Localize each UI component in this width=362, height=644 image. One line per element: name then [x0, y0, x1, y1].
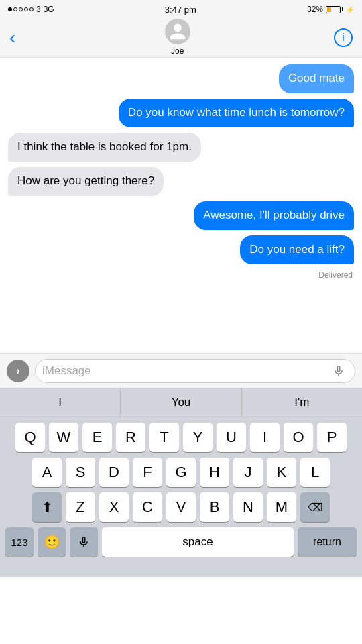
expand-icon: ›: [16, 365, 19, 377]
contact-name: Joe: [171, 46, 184, 56]
key-row-3: ⬆ Z X C V B N M ⌫: [3, 492, 359, 522]
key-row-2: A S D F G H J K L: [3, 458, 359, 487]
charging-icon: ⚡: [346, 6, 354, 13]
key-c[interactable]: C: [133, 492, 162, 522]
message-bubble-2: Do you know what time lunch is tomorrow?: [119, 99, 354, 127]
expand-button[interactable]: ›: [7, 360, 29, 382]
key-e[interactable]: E: [82, 423, 112, 452]
key-z[interactable]: Z: [66, 492, 95, 522]
signal-dots: [8, 7, 34, 11]
key-y[interactable]: Y: [183, 423, 213, 452]
mic-icon: [332, 364, 345, 378]
delivered-status: Delivered: [8, 270, 354, 280]
key-s[interactable]: S: [66, 458, 95, 487]
key-a[interactable]: A: [32, 458, 62, 487]
key-j[interactable]: J: [233, 458, 263, 487]
key-t[interactable]: T: [149, 423, 179, 452]
message-bubble-4: How are you getting there?: [8, 167, 164, 196]
avatar-icon: [168, 22, 187, 41]
key-h[interactable]: H: [200, 458, 229, 487]
key-d[interactable]: D: [99, 458, 129, 487]
back-button[interactable]: ‹: [9, 25, 21, 50]
autocomplete-item-you[interactable]: You: [121, 388, 241, 417]
space-key[interactable]: space: [102, 527, 294, 557]
key-v[interactable]: V: [166, 492, 196, 522]
status-bar: 3 3G 3:47 pm 32% ⚡: [0, 0, 362, 17]
nav-bar: ‹ Joe i: [0, 17, 362, 58]
key-g[interactable]: G: [166, 458, 196, 487]
autocomplete-item-i[interactable]: I: [0, 388, 121, 417]
key-m[interactable]: M: [267, 492, 296, 522]
message-bubble-6: Do you need a lift?: [240, 235, 354, 264]
backspace-icon: ⌫: [308, 501, 323, 514]
key-b[interactable]: B: [200, 492, 229, 522]
signal-dot-4: [24, 7, 28, 11]
numbers-key[interactable]: 123: [5, 527, 34, 557]
keyboard-mic-icon: [77, 535, 90, 549]
battery-icon: [326, 6, 343, 13]
battery-percent-label: 32%: [307, 5, 323, 14]
shift-key[interactable]: ⬆: [32, 492, 62, 522]
key-row-1: Q W E R T Y U I O P: [3, 423, 359, 452]
signal-dot-5: [29, 7, 34, 11]
autocomplete-item-im[interactable]: I'm: [242, 388, 362, 417]
backspace-key[interactable]: ⌫: [300, 492, 330, 522]
signal-dot-1: [8, 7, 12, 11]
message-row-3: I think the table is booked for 1pm.: [8, 133, 354, 162]
contact-info[interactable]: Joe: [165, 19, 190, 56]
message-row-4: How are you getting there?: [8, 167, 354, 196]
key-k[interactable]: K: [267, 458, 296, 487]
network-type-label: 3G: [44, 5, 54, 14]
message-input-field[interactable]: iMessage: [35, 359, 355, 383]
message-bubble-3: I think the table is booked for 1pm.: [8, 133, 201, 162]
status-time: 3:47 pm: [165, 5, 196, 15]
message-row-5: Awesome, I'll probably drive: [8, 201, 354, 230]
avatar: [165, 19, 190, 44]
signal-dot-3: [19, 7, 23, 11]
key-i[interactable]: I: [250, 423, 280, 452]
key-rows: Q W E R T Y U I O P A S D F G H J K L ⬆: [0, 417, 362, 577]
message-bubble-5: Awesome, I'll probably drive: [194, 201, 354, 230]
key-n[interactable]: N: [233, 492, 263, 522]
status-left: 3 3G: [8, 5, 54, 14]
key-u[interactable]: U: [217, 423, 246, 452]
shift-icon: ⬆: [42, 499, 53, 515]
return-key[interactable]: return: [298, 527, 357, 557]
key-r[interactable]: R: [116, 423, 145, 452]
message-row-1: Good mate: [8, 64, 354, 93]
key-p[interactable]: P: [317, 423, 347, 452]
message-row-2: Do you know what time lunch is tomorrow?: [8, 99, 354, 127]
signal-dot-2: [13, 7, 17, 11]
keyboard-mic-key[interactable]: [70, 527, 98, 557]
input-bar: › iMessage: [0, 353, 362, 388]
status-right: 32% ⚡: [307, 5, 354, 14]
messages-area: Good mate Do you know what time lunch is…: [0, 58, 362, 353]
autocomplete-bar: I You I'm: [0, 388, 362, 417]
key-row-bottom: 123 🙂 space return: [3, 527, 359, 557]
emoji-key[interactable]: 🙂: [38, 527, 66, 557]
info-button[interactable]: i: [334, 28, 353, 47]
keyboard: I You I'm Q W E R T Y U I O P A S D F G …: [0, 388, 362, 577]
carrier-label: 3: [36, 5, 41, 14]
message-row-6: Do you need a lift?: [8, 235, 354, 264]
mic-button[interactable]: [329, 362, 348, 380]
key-x[interactable]: X: [99, 492, 129, 522]
key-q[interactable]: Q: [15, 423, 45, 452]
key-w[interactable]: W: [49, 423, 78, 452]
key-l[interactable]: L: [300, 458, 330, 487]
message-placeholder: iMessage: [42, 364, 329, 378]
key-o[interactable]: O: [284, 423, 313, 452]
message-bubble-1: Good mate: [279, 64, 354, 93]
key-f[interactable]: F: [133, 458, 162, 487]
